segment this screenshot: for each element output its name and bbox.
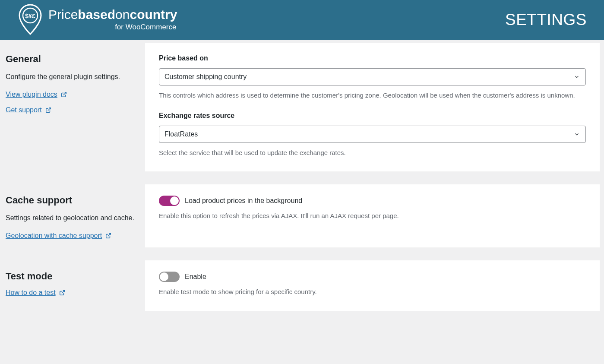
section-general-panel: Price based on Customer shipping country…: [145, 43, 600, 171]
logo-text-part3: on: [115, 7, 130, 22]
section-general: General Configure the general plugin set…: [0, 43, 604, 171]
external-link-icon: [61, 92, 67, 98]
header-bar: $¥£ Pricebasedoncountry for WooCommerce …: [0, 0, 604, 40]
logo-text-part4: country: [130, 7, 177, 22]
toggle-helper: Enable this option to refresh the prices…: [159, 211, 586, 221]
section-cache: Cache support Settings related to geoloc…: [0, 184, 604, 247]
toggle-label: Load product prices in the background: [185, 197, 302, 205]
external-link-icon: [59, 290, 65, 296]
section-testmode-sidebar: Test mode How to do a test: [0, 260, 145, 311]
svg-line-2: [63, 92, 66, 95]
section-general-description: Configure the general plugin settings.: [6, 72, 140, 82]
field-helper: Select the service that will be used to …: [159, 148, 586, 158]
section-cache-title: Cache support: [6, 195, 140, 206]
toggle-helper: Enable test mode to show pricing for a s…: [159, 287, 586, 297]
section-cache-description: Settings related to geolocation and cach…: [6, 213, 140, 223]
svg-text:$¥£: $¥£: [25, 13, 35, 19]
toggle-label: Enable: [185, 273, 206, 281]
field-label: Price based on: [159, 54, 586, 62]
link-get-support[interactable]: Get support: [6, 106, 140, 114]
toggle-knob: [160, 272, 168, 281]
section-general-sidebar: General Configure the general plugin set…: [0, 43, 145, 171]
settings-content: General Configure the general plugin set…: [0, 40, 604, 334]
external-link-icon: [45, 107, 51, 113]
toggle-row-testmode: Enable: [159, 272, 586, 282]
field-label: Exchange rates source: [159, 112, 586, 120]
section-cache-sidebar: Cache support Settings related to geoloc…: [0, 184, 145, 247]
plugin-logo-icon: $¥£: [17, 4, 43, 36]
section-cache-panel: Load product prices in the background En…: [145, 184, 600, 247]
link-geolocation-cache[interactable]: Geolocation with cache support: [6, 232, 140, 240]
section-testmode-title: Test mode: [6, 271, 140, 282]
toggle-knob: [170, 196, 179, 205]
toggle-row-load-prices: Load product prices in the background: [159, 196, 586, 206]
field-price-based-on: Price based on Customer shipping country…: [159, 54, 586, 101]
link-label: View plugin docs: [6, 91, 57, 98]
select-exchange-rates[interactable]: FloatRates: [159, 126, 586, 143]
link-view-plugin-docs[interactable]: View plugin docs: [6, 91, 140, 98]
link-how-to-test[interactable]: How to do a test: [6, 289, 140, 297]
logo-text: Pricebasedoncountry for WooCommerce: [48, 8, 177, 32]
field-helper: This controls which address is used to d…: [159, 91, 586, 101]
link-label: How to do a test: [6, 289, 56, 297]
link-label: Geolocation with cache support: [6, 232, 102, 240]
select-value: Customer shipping country: [159, 68, 586, 85]
select-price-based-on[interactable]: Customer shipping country: [159, 68, 586, 85]
logo-text-part1: Price: [48, 7, 78, 22]
svg-line-4: [108, 234, 111, 236]
logo: $¥£ Pricebasedoncountry for WooCommerce: [17, 4, 177, 36]
field-exchange-rates: Exchange rates source FloatRates Select …: [159, 112, 586, 158]
page-title: SETTINGS: [505, 11, 587, 29]
link-label: Get support: [6, 106, 42, 114]
section-testmode: Test mode How to do a test Enable Enable…: [0, 260, 604, 311]
section-testmode-panel: Enable Enable test mode to show pricing …: [145, 260, 600, 311]
toggle-testmode-enable[interactable]: [159, 272, 180, 282]
section-general-title: General: [6, 54, 140, 65]
logo-subtitle: for WooCommerce: [48, 23, 176, 32]
select-value: FloatRates: [159, 126, 586, 143]
svg-line-5: [61, 291, 64, 293]
toggle-load-prices-background[interactable]: [159, 196, 180, 206]
logo-text-part2: based: [78, 7, 115, 22]
external-link-icon: [105, 233, 111, 239]
svg-line-3: [47, 108, 50, 111]
